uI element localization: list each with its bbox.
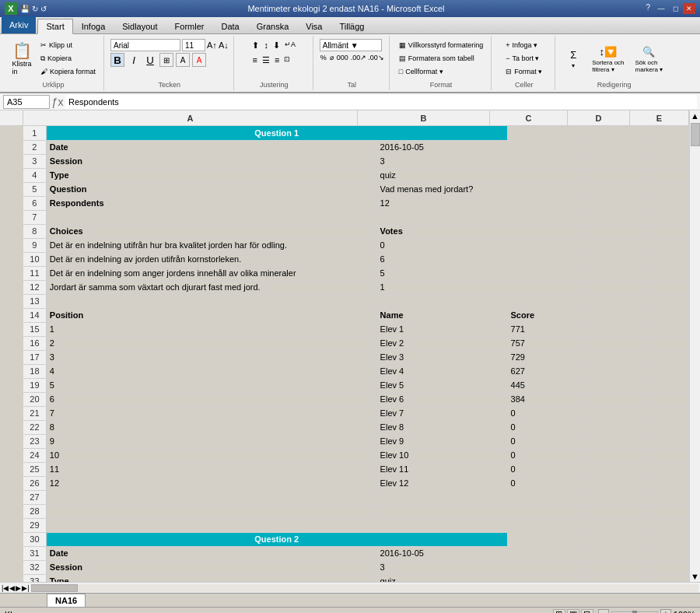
cell-b[interactable]: 2016-10-05 [376, 140, 507, 154]
cell-c[interactable] [507, 490, 583, 504]
cell-d[interactable] [583, 322, 642, 336]
horizontal-scrollbar-track[interactable] [31, 584, 698, 592]
tab-tillagg[interactable]: Tillägg [331, 18, 373, 33]
cell-a[interactable] [46, 210, 376, 224]
cell-e[interactable] [642, 322, 688, 336]
cell-e[interactable] [642, 364, 688, 378]
cell-b[interactable] [376, 210, 507, 224]
cell-d[interactable] [583, 182, 642, 196]
cell-e[interactable] [642, 518, 688, 532]
cell-c[interactable] [507, 168, 583, 182]
cell-a[interactable]: Type [46, 574, 376, 582]
cell-a[interactable] [46, 504, 376, 518]
cell-b[interactable] [376, 490, 507, 504]
cell-b[interactable]: Elev 1 [376, 322, 507, 336]
cell-d[interactable] [583, 210, 642, 224]
cell-d[interactable] [583, 336, 642, 350]
cell-c[interactable] [507, 546, 583, 560]
scroll-thumb[interactable] [691, 123, 700, 146]
cell-e[interactable] [642, 350, 688, 364]
zoom-in-button[interactable]: + [660, 609, 671, 614]
cell-e[interactable] [642, 266, 688, 280]
cell-a[interactable]: Type [46, 168, 376, 182]
cell-c[interactable]: 0 [507, 420, 583, 434]
normal-view-button[interactable]: ⊞ [553, 609, 565, 614]
cell-e[interactable] [507, 126, 688, 140]
cell-d[interactable] [583, 168, 642, 182]
decrease-decimal-icon[interactable]: .00↘ [368, 54, 384, 61]
sheet-tab-na16[interactable]: NA16 [47, 594, 86, 607]
cell-b[interactable]: Vad menas med jordart? [376, 182, 507, 196]
font-grow-icon[interactable]: A↑ [207, 40, 217, 50]
cell-c[interactable]: 0 [507, 476, 583, 490]
cell-b[interactable]: Elev 6 [376, 392, 507, 406]
cell-a[interactable]: 8 [46, 420, 376, 434]
cell-e[interactable] [642, 546, 688, 560]
cell-d[interactable] [583, 280, 642, 294]
cell-a[interactable]: Det är en indelning som anger jordens in… [46, 266, 376, 280]
vertical-scrollbar[interactable]: ▲ ▼ [689, 110, 700, 582]
align-bottom-icon[interactable]: ⬇ [271, 39, 282, 52]
cell-e[interactable] [642, 252, 688, 266]
cell-b[interactable]: quiz [376, 168, 507, 182]
cell-e[interactable] [642, 462, 688, 476]
cell-b[interactable]: Elev 4 [376, 364, 507, 378]
close-button[interactable]: ✕ [683, 3, 695, 14]
sum-button[interactable]: Σ ▾ [562, 39, 585, 79]
cell-a[interactable] [46, 490, 376, 504]
cell-c[interactable] [507, 294, 583, 308]
cell-a[interactable]: Question 2 [46, 532, 507, 546]
cell-d[interactable] [583, 350, 642, 364]
cell-c[interactable] [507, 224, 583, 238]
cell-d[interactable] [583, 392, 642, 406]
cell-c[interactable]: 0 [507, 434, 583, 448]
align-middle-icon[interactable]: ↕ [262, 39, 270, 52]
cell-b[interactable]: Elev 12 [376, 476, 507, 490]
cell-a[interactable]: 1 [46, 322, 376, 336]
cell-e[interactable] [642, 560, 688, 574]
tab-start[interactable]: Start [37, 19, 72, 34]
cell-reference-box[interactable]: A35 [3, 95, 50, 109]
number-format-box[interactable]: Allmänt ▼ [320, 39, 382, 51]
font-size-box[interactable]: 11 [182, 39, 205, 51]
cell-a[interactable] [46, 518, 376, 532]
cell-a[interactable]: 7 [46, 406, 376, 420]
cell-a[interactable]: Choices [46, 224, 376, 238]
grid-scroll[interactable]: 1Question 12Date2016-10-053Session34Type… [23, 126, 689, 582]
cell-a[interactable] [46, 294, 376, 308]
cell-b[interactable] [376, 518, 507, 532]
cell-d[interactable] [583, 546, 642, 560]
cell-b[interactable]: Elev 9 [376, 434, 507, 448]
kopiera-button[interactable]: ⧉ Kopiera [37, 52, 99, 65]
cell-e[interactable] [642, 448, 688, 462]
tab-arkiv[interactable]: Arkiv [2, 16, 36, 33]
cell-e[interactable] [642, 378, 688, 392]
cell-b[interactable]: Elev 3 [376, 350, 507, 364]
restore-button[interactable]: ◻ [669, 3, 681, 14]
cell-a[interactable]: 12 [46, 476, 376, 490]
fill-color-icon[interactable]: A [176, 53, 190, 67]
scroll-right-button[interactable]: ▶ [16, 584, 21, 592]
tab-granska[interactable]: Granska [248, 18, 298, 33]
page-break-button[interactable]: ⊟ [581, 609, 593, 614]
cell-d[interactable] [583, 308, 642, 322]
cell-c[interactable] [507, 182, 583, 196]
cell-a[interactable]: Session [46, 154, 376, 168]
cell-c[interactable]: 0 [507, 462, 583, 476]
cellformat-button[interactable]: □ Cellformat ▾ [396, 65, 446, 78]
zoom-out-button[interactable]: − [598, 609, 609, 614]
cell-c[interactable]: 0 [507, 406, 583, 420]
cell-e[interactable] [642, 504, 688, 518]
cell-a[interactable]: 11 [46, 462, 376, 476]
cell-d[interactable] [583, 196, 642, 210]
cell-d[interactable] [583, 574, 642, 582]
cell-b[interactable]: 6 [376, 252, 507, 266]
cell-b[interactable]: 0 [376, 238, 507, 252]
cell-e[interactable] [642, 140, 688, 154]
cell-c[interactable] [507, 210, 583, 224]
cell-e[interactable] [507, 532, 688, 546]
cell-d[interactable] [583, 462, 642, 476]
cell-a[interactable]: Question [46, 182, 376, 196]
cell-b[interactable]: 3 [376, 560, 507, 574]
percent-icon[interactable]: ⌀ [329, 53, 334, 62]
